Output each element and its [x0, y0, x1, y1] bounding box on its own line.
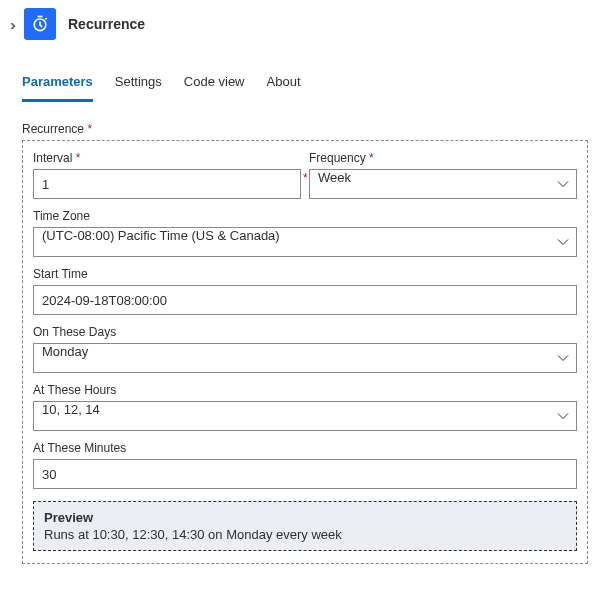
interval-label: Interval *: [33, 151, 301, 165]
tab-code-view[interactable]: Code view: [184, 70, 245, 102]
minutes-label: At These Minutes: [33, 441, 577, 455]
group-label: Recurrence *: [22, 122, 610, 136]
preview-title: Preview: [44, 510, 566, 525]
card-title: Recurrence: [68, 16, 145, 32]
expand-chevrons-icon[interactable]: ››: [10, 16, 12, 33]
tab-settings[interactable]: Settings: [115, 70, 162, 102]
days-label: On These Days: [33, 325, 577, 339]
tab-parameters[interactable]: Parameters: [22, 70, 93, 102]
frequency-select[interactable]: Week: [309, 169, 577, 199]
interval-input[interactable]: [33, 169, 301, 199]
starttime-label: Start Time: [33, 267, 577, 281]
tab-about[interactable]: About: [267, 70, 301, 102]
starttime-input[interactable]: [33, 285, 577, 315]
frequency-label: Frequency *: [309, 151, 577, 165]
tab-bar: Parameters Settings Code view About: [0, 70, 610, 102]
minutes-input[interactable]: [33, 459, 577, 489]
recurrence-icon: [24, 8, 56, 40]
card-header: ›› Recurrence: [0, 0, 610, 48]
timezone-label: Time Zone: [33, 209, 577, 223]
frequency-required-marker: *: [303, 171, 308, 185]
timezone-select[interactable]: (UTC-08:00) Pacific Time (US & Canada): [33, 227, 577, 257]
preview-text: Runs at 10:30, 12:30, 14:30 on Monday ev…: [44, 527, 566, 542]
recurrence-group: Interval * Frequency * * Week Time Zone: [22, 140, 588, 564]
hours-label: At These Hours: [33, 383, 577, 397]
preview-box: Preview Runs at 10:30, 12:30, 14:30 on M…: [33, 501, 577, 551]
hours-select[interactable]: 10, 12, 14: [33, 401, 577, 431]
days-select[interactable]: Monday: [33, 343, 577, 373]
